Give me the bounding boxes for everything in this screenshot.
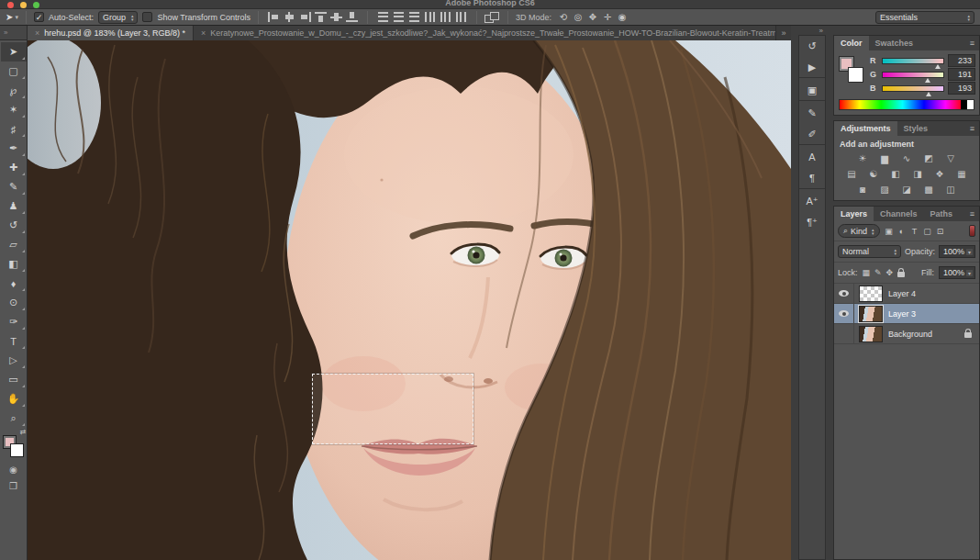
filter-smart-objects-icon[interactable]: ⊡: [934, 227, 947, 236]
camera-panel-icon[interactable]: ▣: [799, 80, 825, 101]
layer-thumbnail[interactable]: [859, 286, 883, 302]
layer-thumbnail[interactable]: [859, 306, 883, 322]
green-value[interactable]: 191: [948, 68, 975, 81]
auto-select-checkbox[interactable]: ✓: [34, 12, 44, 22]
history-brush-tool[interactable]: ↺: [1, 216, 27, 235]
3d-slide-camera-icon[interactable]: ✛: [600, 12, 615, 22]
distribute-right-edges-icon[interactable]: [455, 12, 467, 22]
hand-tool[interactable]: ✋: [1, 389, 27, 409]
Layer 4[interactable]: Layer 4: [834, 284, 979, 304]
caret-down-icon[interactable]: ▾: [966, 270, 973, 276]
document-tab-keratynowe[interactable]: × Keratynowe_Prostowanie_w_Domu_-_czy_je…: [194, 26, 776, 40]
history-panel-icon[interactable]: ↺: [799, 36, 825, 57]
gradient-map-icon[interactable]: ▩: [919, 183, 938, 196]
align-bottom-edges-icon[interactable]: [346, 12, 358, 22]
tab-paths[interactable]: Paths: [924, 207, 960, 221]
tab-layers[interactable]: Layers: [834, 207, 874, 221]
clone-stamp-tool[interactable]: ♟: [1, 196, 27, 216]
distribute-top-edges-icon[interactable]: [377, 12, 389, 22]
blur-tool[interactable]: ♦: [1, 274, 27, 293]
show-transform-checkbox[interactable]: ✓: [142, 12, 152, 22]
filter-pixel-layers-icon[interactable]: ▣: [883, 227, 896, 236]
visibility-toggle[interactable]: [834, 284, 854, 304]
auto-select-group-select[interactable]: Group ▴▾: [98, 11, 139, 24]
eraser-tool[interactable]: ▱: [1, 235, 27, 254]
screen-mode-icon[interactable]: ❐: [9, 477, 17, 494]
character-styles-panel-icon[interactable]: A⁺: [799, 191, 825, 212]
color-spectrum-ramp[interactable]: [839, 99, 974, 110]
invert-icon[interactable]: ◙: [853, 183, 872, 196]
close-tab-icon[interactable]: ×: [201, 28, 206, 38]
opacity-input[interactable]: 100% ▾: [939, 245, 975, 258]
tab-color[interactable]: Color: [834, 36, 869, 50]
caret-down-icon[interactable]: ▾: [966, 249, 973, 255]
tab-styles[interactable]: Styles: [897, 121, 935, 136]
distribute-horizontal-centers-icon[interactable]: [440, 12, 451, 22]
swap-colors-icon[interactable]: ⇄: [20, 428, 27, 436]
filter-toggle-switch[interactable]: [969, 225, 975, 237]
quick-mask-mode-icon[interactable]: ◉: [9, 461, 17, 477]
threshold-icon[interactable]: ◪: [897, 183, 916, 196]
auto-align-layers-icon[interactable]: [484, 12, 500, 22]
path-selection-tool[interactable]: ▷: [1, 351, 27, 370]
align-left-edges-icon[interactable]: [268, 12, 280, 22]
white-swatch[interactable]: [967, 100, 974, 109]
lasso-tool[interactable]: ℘: [1, 81, 27, 100]
blue-value[interactable]: 193: [948, 82, 975, 95]
gradient-tool[interactable]: ◧: [1, 254, 27, 274]
filter-type-layers-icon[interactable]: T: [908, 227, 921, 236]
selection-marquee[interactable]: [312, 374, 473, 444]
black-swatch[interactable]: [961, 100, 967, 109]
crop-tool[interactable]: ♯: [1, 119, 27, 139]
toolbar-collapse-icon[interactable]: »: [0, 26, 27, 40]
3d-roll-camera-icon[interactable]: ◎: [571, 12, 585, 22]
selective-color-icon[interactable]: ◫: [941, 183, 960, 196]
3d-rotate-camera-icon[interactable]: ⟲: [556, 12, 571, 22]
posterize-icon[interactable]: ▨: [875, 183, 894, 196]
align-vertical-centers-icon[interactable]: [330, 12, 342, 22]
visibility-toggle[interactable]: [834, 304, 854, 324]
black-white-icon[interactable]: ◧: [886, 167, 905, 181]
background-color-swatch[interactable]: [10, 443, 24, 457]
shape-tool[interactable]: ▭: [1, 370, 27, 389]
panel-menu-icon[interactable]: ≡: [965, 36, 979, 50]
background-color-swatch[interactable]: [848, 67, 863, 83]
3d-zoom-camera-icon[interactable]: ◉: [615, 12, 629, 22]
Background[interactable]: Background: [834, 324, 979, 344]
paragraph-panel-icon[interactable]: ¶: [799, 168, 825, 189]
brush-tool[interactable]: ✎: [1, 177, 27, 196]
workspace-select[interactable]: Essentials ▴▾: [875, 11, 974, 24]
brush-presets-panel-icon[interactable]: ✐: [799, 124, 825, 145]
current-tool-indicator[interactable]: ➤ ▾: [6, 12, 18, 22]
tab-adjustments[interactable]: Adjustments: [834, 121, 897, 136]
filter-shape-layers-icon[interactable]: ▢: [921, 227, 934, 236]
levels-icon[interactable]: ▆: [875, 151, 894, 165]
lock-all-icon[interactable]: [897, 272, 905, 277]
actions-panel-icon[interactable]: ▶: [799, 57, 825, 78]
zoom-tool[interactable]: ⌕: [1, 409, 27, 428]
rectangular-marquee-tool[interactable]: ▢: [1, 62, 27, 81]
align-right-edges-icon[interactable]: [299, 12, 311, 22]
fill-input[interactable]: 100% ▾: [939, 266, 975, 279]
exposure-icon[interactable]: ◩: [919, 151, 938, 165]
panel-menu-icon[interactable]: ≡: [965, 207, 979, 221]
blue-slider[interactable]: [882, 85, 944, 92]
close-tab-icon[interactable]: ×: [35, 28, 39, 38]
panel-menu-icon[interactable]: ≡: [965, 121, 979, 136]
green-slider[interactable]: [882, 72, 944, 78]
distribute-vertical-centers-icon[interactable]: [393, 12, 405, 22]
document-tab-hrehu[interactable]: × hrehu.psd @ 183% (Layer 3, RGB/8) *: [28, 26, 194, 40]
align-top-edges-icon[interactable]: [315, 12, 327, 22]
tab-swatches[interactable]: Swatches: [869, 36, 920, 50]
filter-kind-select[interactable]: ⌕ Kind ▴▾: [838, 224, 880, 238]
paragraph-styles-panel-icon[interactable]: ¶⁺: [799, 212, 825, 233]
red-value[interactable]: 233: [948, 54, 975, 67]
tab-overflow-icon[interactable]: »: [776, 26, 791, 40]
lock-image-pixels-icon[interactable]: ✎: [874, 268, 882, 277]
layer-thumbnail[interactable]: [859, 326, 883, 342]
dock-collapse-icon[interactable]: »: [798, 26, 826, 35]
pen-tool[interactable]: ✑: [1, 312, 27, 331]
type-tool[interactable]: T: [1, 331, 27, 351]
channel-mixer-icon[interactable]: ❖: [930, 167, 949, 181]
brush-panel-icon[interactable]: ✎: [799, 103, 825, 124]
